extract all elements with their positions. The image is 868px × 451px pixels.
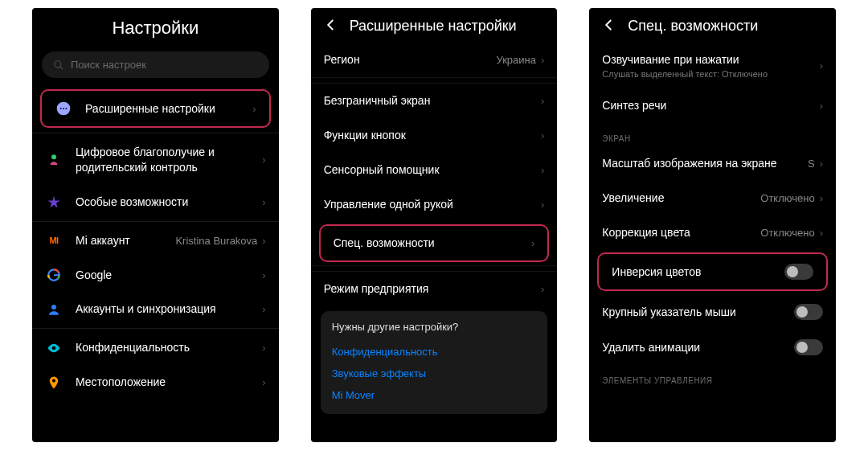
row-label: Спец. возможности: [334, 236, 531, 251]
chevron-left-icon: [324, 18, 338, 32]
row-fullscreen[interactable]: Безграничный экран ›: [311, 84, 558, 118]
row-magnification[interactable]: Увеличение Отключено ›: [589, 181, 836, 215]
search-placeholder: Поиск настроек: [71, 59, 146, 71]
row-display-scale[interactable]: Масштаб изображения на экране S ›: [589, 146, 836, 181]
special-icon: [45, 195, 63, 209]
row-label: Конфиденциальность: [76, 340, 262, 355]
row-tts[interactable]: Синтез речи ›: [589, 88, 836, 123]
row-label: Регион: [324, 52, 497, 68]
row-remove-animations[interactable]: Удалить анимации: [589, 330, 836, 365]
settings-screen: Настройки Поиск настроек Расширенные нас…: [32, 8, 279, 442]
suggestions-card: Нужны другие настройки? Конфиденциальнос…: [321, 311, 548, 414]
location-icon: [45, 375, 63, 390]
ellipsis-icon: [55, 100, 72, 117]
row-color-inversion[interactable]: Инверсия цветов: [599, 254, 826, 289]
row-label: Режим предприятия: [324, 281, 541, 297]
toggle-remove-animations[interactable]: [794, 339, 823, 355]
chevron-right-icon: ›: [820, 158, 823, 170]
chevron-right-icon: ›: [262, 154, 265, 166]
link-privacy[interactable]: Конфиденциальность: [332, 341, 537, 363]
section-controls: ЭЛЕМЕНТЫ УПРАВЛЕНИЯ: [589, 365, 836, 388]
chevron-right-icon: ›: [262, 196, 265, 208]
chevron-right-icon: ›: [541, 164, 544, 176]
row-buttons[interactable]: Функции кнопок ›: [311, 118, 558, 153]
section-screen: ЭКРАН: [589, 123, 836, 146]
svg-rect-8: [54, 274, 59, 276]
page-title: Спец. возможности: [628, 18, 758, 35]
chevron-right-icon: ›: [820, 59, 823, 72]
row-label: Сенсорный помощник: [324, 162, 541, 178]
row-label: Управление одной рукой: [324, 197, 541, 212]
page-title: Расширенные настройки: [350, 18, 517, 35]
chevron-right-icon: ›: [262, 269, 265, 281]
row-label: Google: [76, 268, 262, 283]
chevron-right-icon: ›: [820, 192, 823, 204]
row-location[interactable]: Местоположение ›: [32, 365, 279, 400]
row-accounts-sync[interactable]: Аккаунты и синхронизация ›: [32, 292, 279, 326]
svg-point-4: [63, 108, 64, 109]
chevron-right-icon: ›: [541, 199, 544, 211]
row-label: Особые возможности: [76, 195, 262, 210]
row-mi-account[interactable]: MI Mi аккаунт Kristina Burakova ›: [32, 223, 279, 258]
row-google[interactable]: Google ›: [32, 258, 279, 293]
row-large-pointer[interactable]: Крупный указатель мыши: [589, 294, 836, 330]
row-color-correction[interactable]: Коррекция цвета Отключено ›: [589, 215, 836, 250]
chevron-right-icon: ›: [541, 95, 544, 107]
row-region[interactable]: Регион Украина ›: [311, 43, 558, 77]
row-label: Увеличение: [602, 191, 760, 206]
highlight-color-inversion: Инверсия цветов: [597, 252, 828, 291]
chevron-left-icon: [602, 18, 616, 32]
svg-point-6: [51, 154, 56, 159]
header: Спец. возможности: [589, 8, 836, 43]
row-label: Mi аккаунт: [76, 233, 175, 248]
accessibility-screen: Спец. возможности Озвучивание при нажати…: [589, 8, 836, 442]
back-button[interactable]: [602, 18, 616, 35]
advanced-settings-screen: Расширенные настройки Регион Украина › Б…: [311, 8, 558, 442]
row-label: Крупный указатель мыши: [602, 305, 794, 320]
link-sound[interactable]: Звуковые эффекты: [332, 363, 537, 384]
toggle-large-pointer[interactable]: [794, 304, 823, 320]
chevron-right-icon: ›: [541, 283, 544, 295]
svg-point-3: [60, 108, 62, 109]
highlight-advanced: Расширенные настройки ›: [40, 89, 271, 128]
search-icon: [53, 59, 64, 71]
mi-logo-icon: MI: [45, 236, 63, 245]
row-label: Функции кнопок: [324, 128, 541, 143]
row-special[interactable]: Особые возможности ›: [32, 185, 279, 219]
chevron-right-icon: ›: [262, 235, 265, 247]
account-icon: [45, 302, 63, 317]
row-privacy[interactable]: Конфиденциальность ›: [32, 330, 279, 365]
row-one-hand[interactable]: Управление одной рукой ›: [311, 187, 558, 222]
row-sublabel: Слушать выделенный текст: Отключено: [602, 69, 819, 79]
toggle-color-inversion[interactable]: [784, 264, 813, 280]
row-value: Украина: [497, 54, 537, 66]
row-speak-on-tap[interactable]: Озвучивание при нажатии Слушать выделенн…: [589, 43, 836, 88]
chevron-right-icon: ›: [262, 376, 265, 388]
row-label: Коррекция цвета: [602, 225, 760, 240]
chevron-right-icon: ›: [820, 100, 823, 112]
wellbeing-icon: [45, 153, 63, 167]
row-label: Безграничный экран: [324, 93, 541, 109]
chevron-right-icon: ›: [262, 303, 265, 315]
svg-point-5: [65, 108, 67, 109]
chevron-right-icon: ›: [531, 237, 534, 249]
row-label: Расширенные настройки: [85, 101, 252, 117]
row-value: Отключено: [760, 192, 814, 204]
svg-line-1: [60, 66, 63, 69]
row-label: Местоположение: [76, 375, 262, 390]
row-accessibility[interactable]: Спец. возможности ›: [321, 226, 548, 260]
chevron-right-icon: ›: [820, 227, 823, 239]
row-touch-assistant[interactable]: Сенсорный помощник ›: [311, 153, 558, 187]
row-wellbeing[interactable]: Цифровое благополучие и родительский кон…: [32, 135, 279, 185]
eye-icon: [45, 341, 63, 355]
row-advanced-settings[interactable]: Расширенные настройки ›: [42, 91, 269, 126]
row-enterprise[interactable]: Режим предприятия ›: [311, 272, 558, 306]
link-mi-mover[interactable]: Mi Mover: [332, 384, 537, 406]
back-button[interactable]: [324, 18, 338, 35]
row-label: Цифровое благополучие и родительский кон…: [76, 145, 262, 175]
row-label: Инверсия цветов: [612, 264, 784, 280]
svg-point-0: [55, 60, 61, 67]
chevron-right-icon: ›: [262, 342, 265, 354]
search-input[interactable]: Поиск настроек: [42, 51, 269, 78]
chevron-right-icon: ›: [541, 129, 544, 141]
